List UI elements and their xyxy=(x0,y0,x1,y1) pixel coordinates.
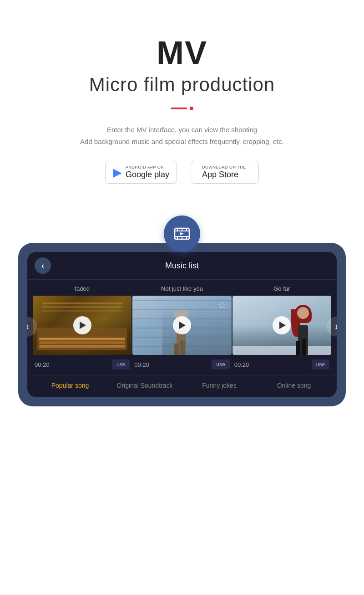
divider-dot xyxy=(190,107,193,110)
bottom-tabs: Popular song Original Soundtrack Funny j… xyxy=(27,375,337,397)
time-item-faded: 00:20 use xyxy=(33,356,131,373)
music-thumb-not-just: ☆ xyxy=(132,296,231,355)
screen-title: Music list xyxy=(165,261,199,271)
time-item-go-far: 00:20 use xyxy=(233,356,331,373)
sub-title: Micro film production xyxy=(89,74,275,96)
star-icon-not-just: ☆ xyxy=(218,299,227,311)
description-text: Enter the MV interface, you can view the… xyxy=(80,124,284,147)
music-item-not-just: Not just like you xyxy=(132,285,231,355)
tab-online-song[interactable]: Online song xyxy=(257,380,331,391)
music-thumb-go-far xyxy=(233,296,331,355)
google-play-icon: ▶ xyxy=(113,166,122,178)
tab-popular-song[interactable]: Popular song xyxy=(33,380,107,391)
music-label-not-just: Not just like you xyxy=(161,285,203,292)
music-thumb-faded xyxy=(33,296,131,355)
app-store-big-text: App Store xyxy=(202,170,246,180)
google-play-button[interactable]: ▶ ANDROID APP ON Google play xyxy=(105,161,177,184)
app-store-button[interactable]: Download on the App Store xyxy=(191,161,259,184)
play-button-go-far[interactable] xyxy=(273,316,291,334)
music-label-faded: faded xyxy=(75,285,90,292)
back-button[interactable]: ‹ xyxy=(35,257,51,274)
use-button-faded[interactable]: use xyxy=(112,359,130,369)
google-play-text: ANDROID APP ON Google play xyxy=(126,165,169,180)
music-label-go-far: Go far xyxy=(273,285,290,292)
app-store-text: Download on the App Store xyxy=(202,165,246,180)
music-item-faded: faded xyxy=(33,285,131,355)
inner-screen: ‹ Music list ‹ faded xyxy=(27,252,337,397)
music-content-wrapper: ‹ faded xyxy=(27,280,337,373)
divider-line xyxy=(171,108,187,109)
use-button-not-just[interactable]: use xyxy=(212,359,229,369)
time-row: 00:20 use 00:20 use 00:20 use xyxy=(27,356,337,373)
google-play-big-text: Google play xyxy=(126,170,169,180)
svg-marker-9 xyxy=(180,232,184,235)
time-not-just: 00:20 xyxy=(134,361,149,368)
music-labels-row: faded Not just like you xyxy=(27,280,337,355)
header-section: MV Micro film production Enter the MV in… xyxy=(0,0,364,215)
divider-decoration xyxy=(171,107,193,110)
time-faded: 00:20 xyxy=(35,361,50,368)
app-store-small-text: Download on the xyxy=(202,165,246,170)
music-item-go-far: Go far xyxy=(233,285,331,355)
use-button-go-far[interactable]: use xyxy=(312,359,329,369)
google-play-small-text: ANDROID APP ON xyxy=(126,165,169,170)
time-go-far: 00:20 xyxy=(234,361,249,368)
app-screen: ‹ Music list ‹ faded xyxy=(18,243,346,406)
play-button-not-just[interactable] xyxy=(173,316,191,334)
film-icon-circle xyxy=(164,215,200,252)
film-icon xyxy=(173,225,191,243)
top-bar: ‹ Music list xyxy=(27,252,337,280)
main-title: MV xyxy=(157,36,207,69)
mockup-section: ‹ Music list ‹ faded xyxy=(0,215,364,406)
play-button-faded[interactable] xyxy=(73,316,91,334)
store-buttons-container: ▶ ANDROID APP ON Google play Download on… xyxy=(105,161,259,184)
tab-funny-jokes[interactable]: Funny jokes xyxy=(182,380,257,391)
tab-original-soundtrack[interactable]: Original Soundtrack xyxy=(107,380,182,391)
page-container: MV Micro film production Enter the MV in… xyxy=(0,0,364,595)
time-item-not-just: 00:20 use xyxy=(132,356,231,373)
